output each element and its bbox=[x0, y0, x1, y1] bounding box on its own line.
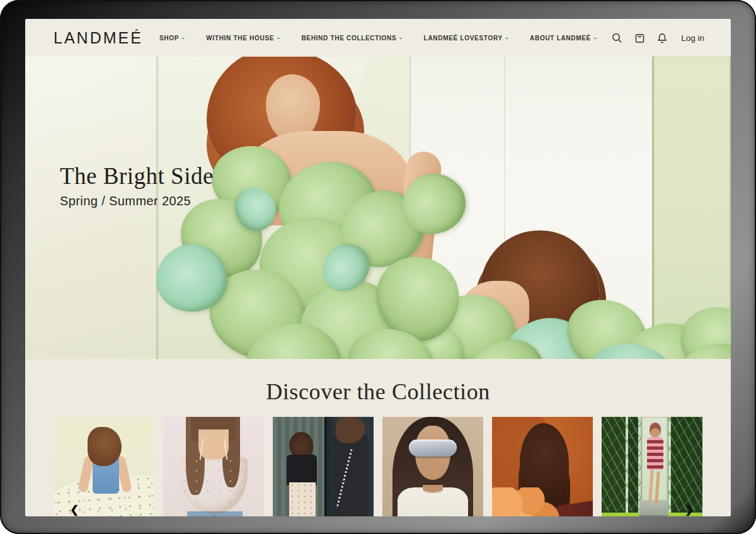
tee-print-text: LANDMEÉ bbox=[382, 515, 483, 516]
nav-label: BEHIND THE COLLECTIONS bbox=[301, 35, 396, 42]
carousel-track: LANDMEÉ bbox=[54, 417, 702, 516]
thumbnail-art bbox=[88, 427, 122, 466]
collection-thumbnail[interactable] bbox=[163, 417, 264, 516]
site-header: LANDMEÉ SHOP ⌄ WITHIN THE HOUSE ⌄ BEHIND… bbox=[25, 19, 731, 57]
chevron-down-icon: ⌄ bbox=[593, 34, 598, 40]
collection-heading: Discover the Collection bbox=[25, 359, 731, 405]
shopping-bag-icon[interactable] bbox=[633, 31, 646, 44]
thumbnail-art bbox=[647, 437, 663, 470]
chevron-down-icon: ⌄ bbox=[276, 34, 281, 40]
nav-item-within-the-house[interactable]: WITHIN THE HOUSE ⌄ bbox=[206, 35, 281, 42]
nav-label: LANDMEÉ LOVESTORY bbox=[424, 35, 503, 42]
hero-subtitle: Spring / Summer 2025 bbox=[60, 194, 214, 208]
bell-icon[interactable] bbox=[656, 31, 668, 44]
thumbnail-art bbox=[180, 456, 248, 514]
main-nav: SHOP ⌄ WITHIN THE HOUSE ⌄ BEHIND THE COL… bbox=[159, 35, 598, 42]
header-actions: Log in bbox=[610, 31, 704, 44]
thumbnail-art bbox=[639, 500, 667, 516]
nav-item-about[interactable]: ABOUT LANDMEÉ ⌄ bbox=[530, 35, 598, 42]
collection-thumbnail[interactable] bbox=[54, 417, 154, 516]
collection-thumbnail[interactable]: LANDMEÉ bbox=[382, 417, 483, 516]
thumbnail-art bbox=[289, 482, 316, 516]
browser-viewport: LANDMEÉ SHOP ⌄ WITHIN THE HOUSE ⌄ BEHIND… bbox=[25, 19, 731, 516]
hero-banner[interactable]: The Bright Side Spring / Summer 2025 bbox=[25, 57, 731, 359]
nav-label: SHOP bbox=[159, 35, 179, 42]
nav-item-behind-the-collections[interactable]: BEHIND THE COLLECTIONS ⌄ bbox=[301, 35, 403, 42]
nav-item-shop[interactable]: SHOP ⌄ bbox=[159, 35, 186, 42]
login-button[interactable]: Log in bbox=[681, 33, 704, 43]
collection-thumbnail[interactable] bbox=[492, 417, 593, 516]
collection-thumbnail[interactable] bbox=[273, 417, 374, 516]
page: LANDMEÉ SHOP ⌄ WITHIN THE HOUSE ⌄ BEHIND… bbox=[0, 0, 756, 534]
chevron-down-icon: ⌄ bbox=[398, 34, 403, 40]
chevron-down-icon: ⌄ bbox=[181, 34, 186, 40]
sunglasses-art bbox=[409, 440, 457, 457]
chevron-down-icon: ⌄ bbox=[505, 34, 510, 40]
thumbnail-art bbox=[324, 417, 326, 516]
thumbnail-art bbox=[287, 455, 317, 485]
collection-carousel: LANDMEÉ bbox=[54, 417, 702, 516]
carousel-prev-button[interactable]: ❮ bbox=[67, 503, 81, 516]
collection-thumbnail[interactable] bbox=[602, 417, 702, 516]
nav-label: WITHIN THE HOUSE bbox=[206, 35, 274, 42]
thumbnail-art bbox=[423, 485, 443, 492]
nav-label: ABOUT LANDMEÉ bbox=[530, 35, 591, 42]
hero-copy: The Bright Side Spring / Summer 2025 bbox=[60, 162, 214, 208]
collection-section: Discover the Collection bbox=[25, 359, 731, 516]
carousel-next-button[interactable]: ❯ bbox=[682, 503, 696, 516]
brand-logo[interactable]: LANDMEÉ bbox=[54, 29, 143, 47]
thumbnail-art bbox=[492, 487, 564, 516]
thumbnail-art bbox=[650, 424, 661, 437]
nav-item-lovestory[interactable]: LANDMEÉ LOVESTORY ⌄ bbox=[424, 35, 510, 42]
thumbnail-art bbox=[214, 515, 215, 516]
search-icon[interactable] bbox=[610, 31, 623, 44]
hero-title: The Bright Side bbox=[60, 162, 214, 190]
